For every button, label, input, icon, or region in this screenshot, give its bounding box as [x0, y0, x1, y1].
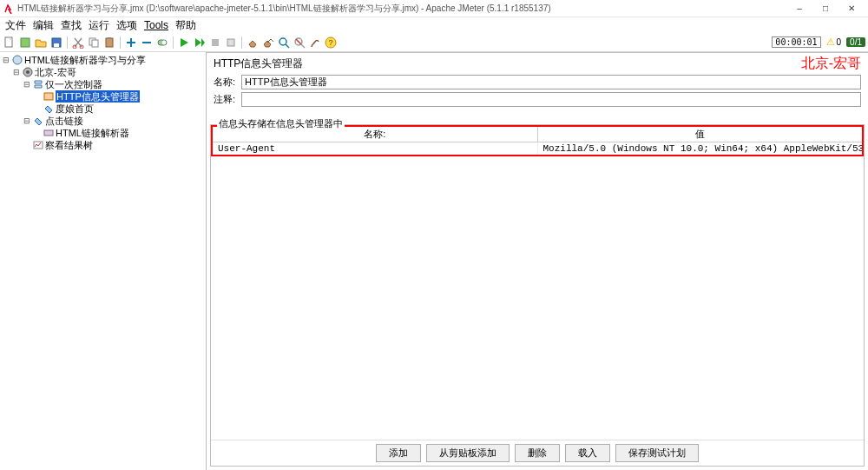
svg-text:?: ?: [328, 38, 332, 47]
test-plan-tree[interactable]: ⊟HTML链接解析器学习与分享 ⊟北京-宏哥 ⊟仅一次控制器 HTTP信息头管理…: [0, 52, 207, 470]
comment-input[interactable]: [241, 92, 861, 107]
svg-rect-8: [106, 38, 113, 47]
open-icon[interactable]: [34, 36, 48, 50]
new-icon[interactable]: [3, 36, 16, 50]
paste-icon[interactable]: [102, 36, 116, 50]
close-window-button[interactable]: ✕: [838, 0, 865, 17]
tree-threadgroup[interactable]: 北京-宏哥: [35, 66, 76, 78]
add-from-clipboard-button[interactable]: 从剪贴板添加: [426, 444, 510, 462]
svg-rect-22: [44, 130, 53, 136]
save-icon[interactable]: [49, 36, 63, 50]
toolbar: ? 00:00:01 ⚠0 0/1: [0, 33, 868, 52]
cell-value[interactable]: Mozilla/5.0 (Windows NT 10.0; Win64; x64…: [538, 142, 863, 155]
table-row[interactable]: User-Agent Mozilla/5.0 (Windows NT 10.0;…: [213, 142, 862, 155]
start-no-pause-icon[interactable]: [193, 36, 207, 50]
svg-rect-3: [54, 43, 59, 47]
collapse-icon[interactable]: [140, 36, 154, 50]
svg-rect-7: [92, 40, 98, 47]
svg-point-20: [26, 70, 30, 74]
svg-rect-1: [21, 38, 30, 47]
stop-icon[interactable]: [208, 36, 222, 50]
menu-help[interactable]: 帮助: [174, 18, 198, 33]
svg-rect-21: [44, 93, 53, 100]
title-bar: HTML链接解析器学习与分享.jmx (D:\software\apache-j…: [0, 0, 868, 17]
svg-point-14: [279, 38, 286, 45]
load-button[interactable]: 载入: [565, 444, 610, 462]
tree-root[interactable]: HTML链接解析器学习与分享: [24, 54, 146, 66]
name-label: 名称:: [214, 76, 241, 89]
save-button[interactable]: 保存测试计划: [615, 444, 699, 462]
controller-icon: [33, 79, 43, 89]
tree-dubo[interactable]: 度娘首页: [56, 103, 94, 115]
delete-button[interactable]: 删除: [515, 444, 560, 462]
cell-name[interactable]: User-Agent: [213, 142, 538, 155]
threadgroup-icon: [23, 67, 33, 77]
tree-header-manager[interactable]: HTTP信息头管理器: [56, 90, 140, 103]
listener-icon: [33, 140, 43, 150]
start-icon[interactable]: [177, 36, 191, 50]
svg-rect-13: [227, 39, 234, 46]
preproc-icon: [43, 128, 54, 138]
clear-all-icon[interactable]: [261, 36, 275, 50]
menu-file[interactable]: 文件: [3, 18, 28, 33]
group-label: 信息头存储在信息头管理器中: [217, 117, 345, 130]
window-title: HTML链接解析器学习与分享.jmx (D:\software\apache-j…: [17, 3, 551, 15]
tree-click-link[interactable]: 点击链接: [45, 115, 83, 127]
menu-options[interactable]: 选项: [115, 18, 139, 33]
tree-view-results[interactable]: 察看结果树: [45, 139, 93, 151]
menu-tools[interactable]: Tools: [142, 19, 170, 31]
testplan-icon: [12, 55, 23, 65]
menu-run[interactable]: 运行: [87, 18, 111, 33]
tree-once-controller[interactable]: 仅一次控制器: [45, 78, 102, 90]
minimize-button[interactable]: –: [786, 0, 812, 17]
templates-icon[interactable]: [18, 36, 32, 50]
svg-rect-0: [5, 37, 12, 47]
help-icon[interactable]: ?: [324, 36, 338, 50]
svg-rect-12: [212, 39, 219, 46]
svg-point-18: [13, 56, 22, 64]
app-icon: [3, 3, 14, 14]
config-icon: [43, 91, 54, 102]
col-value[interactable]: 值: [538, 127, 863, 142]
maximize-button[interactable]: □: [812, 0, 838, 17]
sampler-icon: [33, 116, 43, 126]
tree-html-parser[interactable]: HTML链接解析器: [56, 127, 129, 139]
search-icon[interactable]: [277, 36, 291, 50]
clear-icon[interactable]: [246, 36, 260, 50]
expand-icon[interactable]: [124, 36, 138, 50]
copy-icon[interactable]: [87, 36, 101, 50]
watermark: 北京-宏哥: [801, 55, 861, 73]
add-button[interactable]: 添加: [376, 444, 421, 462]
function-helper-icon[interactable]: [308, 36, 322, 50]
name-input[interactable]: [241, 75, 861, 89]
shutdown-icon[interactable]: [224, 36, 238, 50]
cut-icon[interactable]: [71, 36, 85, 50]
thread-counter: 0/1: [846, 37, 865, 47]
reset-search-icon[interactable]: [293, 36, 306, 50]
menu-search[interactable]: 查找: [59, 18, 83, 33]
sampler-icon: [43, 103, 54, 114]
editor-panel: 北京-宏哥 HTTP信息头管理器 名称: 注释: 信息头存储在信息头管理器中 名…: [207, 52, 868, 470]
warning-count[interactable]: ⚠0: [826, 36, 842, 48]
menu-edit[interactable]: 编辑: [31, 18, 56, 33]
comment-label: 注释:: [214, 93, 241, 106]
svg-rect-23: [34, 142, 43, 149]
menu-bar: 文件 编辑 查找 运行 选项 Tools 帮助: [0, 17, 868, 33]
toggle-icon[interactable]: [155, 36, 169, 50]
svg-rect-9: [108, 37, 111, 39]
svg-point-11: [162, 40, 167, 44]
panel-title: HTTP信息头管理器: [214, 56, 861, 71]
table-empty-area[interactable]: [211, 156, 864, 440]
elapsed-timer: 00:00:01: [772, 36, 820, 48]
